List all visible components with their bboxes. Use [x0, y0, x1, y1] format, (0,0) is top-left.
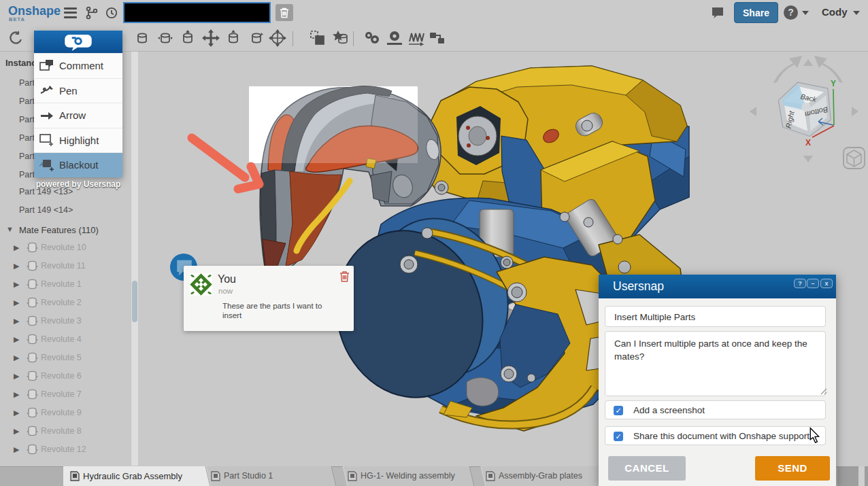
svg-text:X: X [805, 138, 811, 147]
svg-text:Y: Y [831, 79, 836, 88]
